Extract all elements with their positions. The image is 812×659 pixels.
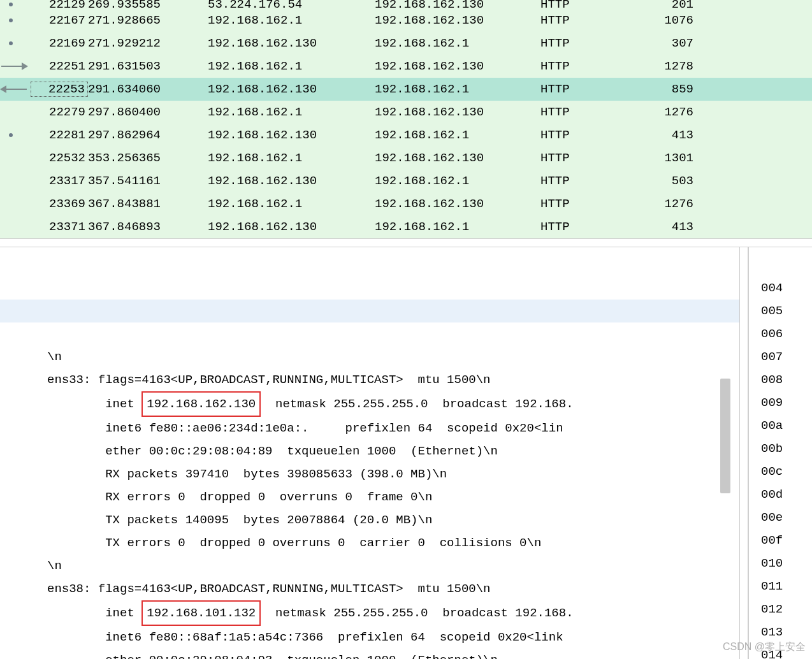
packet-row[interactable]: 22253291.634060192.168.162.130192.168.16… [0, 78, 812, 101]
packet-time: 367.846893 [88, 220, 203, 234]
packet-protocol: HTTP [540, 105, 623, 119]
packet-length: 503 [623, 174, 700, 188]
pane-splitter-horizontal[interactable] [0, 238, 812, 247]
packet-source: 192.168.162.130 [203, 128, 375, 142]
packet-destination: 192.168.162.1 [375, 36, 540, 50]
packet-number: 23369 [31, 197, 88, 211]
packet-protocol: HTTP [540, 151, 623, 165]
packet-number: 22129 [31, 0, 88, 9]
packet-length: 307 [623, 36, 700, 50]
packet-source: 192.168.162.130 [203, 220, 375, 234]
packet-number: 22253 [31, 82, 88, 97]
packet-row[interactable]: 22532353.256365192.168.162.1192.168.162.… [0, 147, 812, 170]
packet-row[interactable]: 23371367.846893192.168.162.130192.168.16… [0, 215, 812, 238]
packet-list[interactable]: 22129269.93558553.224.176.54192.168.162.… [0, 0, 812, 238]
related-packet-dot-icon [9, 3, 13, 6]
packet-protocol: HTTP [540, 197, 623, 211]
packet-protocol: HTTP [540, 220, 623, 234]
packet-length: 201 [623, 0, 700, 9]
packet-source: 192.168.162.1 [203, 151, 375, 165]
packet-time: 367.843881 [88, 197, 203, 211]
highlight-ip-ens33: 192.168.162.130 [141, 391, 261, 417]
packet-length: 1276 [623, 105, 700, 119]
packet-number: 23317 [31, 174, 88, 188]
packet-time: 271.929212 [88, 36, 203, 50]
packet-destination: 192.168.162.1 [375, 128, 540, 142]
packet-source: 192.168.162.130 [203, 174, 375, 188]
packet-number: 22532 [31, 151, 88, 165]
response-arrow-icon [1, 89, 27, 90]
packet-destination: 192.168.162.130 [375, 13, 540, 27]
packet-protocol: HTTP [540, 0, 623, 9]
packet-time: 297.862964 [88, 128, 203, 142]
packet-row[interactable]: 23369367.843881192.168.162.1192.168.162.… [0, 192, 812, 215]
packet-row[interactable]: 22279297.860400192.168.162.1192.168.162.… [0, 101, 812, 124]
packet-source: 192.168.162.1 [203, 197, 375, 211]
packet-protocol: HTTP [540, 174, 623, 188]
packet-length: 1276 [623, 197, 700, 211]
packet-details-pane[interactable]: \n ens33: flags=4163<UP,BROADCAST,RUNNIN… [0, 247, 739, 659]
related-packet-dot-icon [9, 18, 13, 22]
packet-length: 413 [623, 220, 700, 234]
packet-time: 291.634060 [88, 82, 203, 96]
highlight-ip-ens38: 192.168.101.132 [141, 600, 261, 626]
packet-destination: 192.168.162.1 [375, 82, 540, 96]
packet-source: 192.168.162.130 [203, 36, 375, 50]
packet-destination: 192.168.162.1 [375, 174, 540, 188]
request-arrow-icon [1, 66, 27, 67]
packet-destination: 192.168.162.130 [375, 151, 540, 165]
packet-source: 192.168.162.1 [203, 105, 375, 119]
packet-row[interactable]: 23317357.541161192.168.162.130192.168.16… [0, 170, 812, 192]
packet-number: 22279 [31, 105, 88, 119]
packet-protocol: HTTP [540, 128, 623, 142]
packet-detail-text: \n ens33: flags=4163<UP,BROADCAST,RUNNIN… [47, 322, 739, 659]
packet-row[interactable]: 22251291.631503192.168.162.1192.168.162.… [0, 55, 812, 78]
packet-time: 269.935585 [88, 0, 203, 9]
packet-row[interactable]: 22129269.93558553.224.176.54192.168.162.… [0, 0, 812, 9]
pane-splitter-vertical[interactable] [739, 247, 748, 659]
packet-length: 413 [623, 128, 700, 142]
packet-length: 1076 [623, 13, 700, 27]
packet-row[interactable]: 22169271.929212192.168.162.130192.168.16… [0, 32, 812, 55]
packet-source: 53.224.176.54 [203, 0, 375, 9]
packet-destination: 192.168.162.130 [375, 59, 540, 73]
packet-number: 22167 [31, 13, 88, 27]
packet-row[interactable]: 22281297.862964192.168.162.130192.168.16… [0, 124, 812, 147]
packet-source: 192.168.162.1 [203, 59, 375, 73]
related-packet-dot-icon [9, 41, 13, 45]
packet-protocol: HTTP [540, 36, 623, 50]
packet-number: 22281 [31, 128, 88, 142]
packet-time: 353.256365 [88, 151, 203, 165]
packet-source: 192.168.162.1 [203, 13, 375, 27]
packet-length: 1301 [623, 151, 700, 165]
selected-detail-line [0, 300, 739, 322]
packet-protocol: HTTP [540, 59, 623, 73]
packet-row[interactable]: 22167271.928665192.168.162.1192.168.162.… [0, 9, 812, 32]
packet-number: 22251 [31, 59, 88, 73]
packet-time: 297.860400 [88, 105, 203, 119]
packet-destination: 192.168.162.130 [375, 0, 540, 9]
related-packet-dot-icon [9, 133, 13, 137]
packet-time: 291.631503 [88, 59, 203, 73]
packet-destination: 192.168.162.130 [375, 105, 540, 119]
packet-source: 192.168.162.130 [203, 82, 375, 96]
hex-dump-pane[interactable]: 004 005 006 007 008 009 00a 00b 00c 00d … [748, 247, 812, 659]
packet-protocol: HTTP [540, 82, 623, 96]
packet-number: 23371 [31, 220, 88, 234]
packet-time: 357.541161 [88, 174, 203, 188]
packet-length: 859 [623, 82, 700, 96]
packet-time: 271.928665 [88, 13, 203, 27]
packet-destination: 192.168.162.1 [375, 220, 540, 234]
packet-number: 22169 [31, 36, 88, 50]
packet-protocol: HTTP [540, 13, 623, 27]
packet-length: 1278 [623, 59, 700, 73]
packet-destination: 192.168.162.130 [375, 197, 540, 211]
